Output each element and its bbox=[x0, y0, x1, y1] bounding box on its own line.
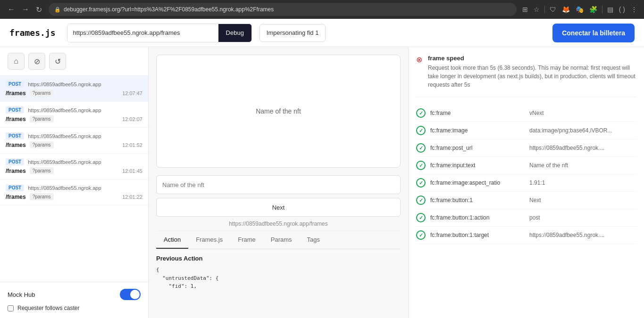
val-value: post bbox=[529, 214, 636, 221]
refresh-button[interactable]: ↻ bbox=[34, 3, 44, 16]
check-icon: ✓ bbox=[416, 178, 426, 188]
profile-icon[interactable]: ( ) bbox=[618, 5, 626, 14]
request-time: 12:02:07 bbox=[122, 116, 142, 122]
request-path: /frames bbox=[6, 90, 26, 97]
frame-next-button[interactable]: Next bbox=[156, 198, 401, 217]
validation-row: ✓ fc:frame:button:1:action post bbox=[416, 209, 636, 227]
sidebar-icon[interactable]: ▤ bbox=[606, 5, 614, 14]
fox-icon[interactable]: 🦊 bbox=[561, 5, 571, 14]
address-bar[interactable]: 🔒 debugger.framesjs.org/?url=https%3A%2F… bbox=[49, 3, 517, 16]
requester-checkbox[interactable] bbox=[8, 305, 14, 311]
translate-icon[interactable]: ⊞ bbox=[521, 5, 529, 14]
request-path: /frames bbox=[6, 116, 26, 122]
check-icon: ✓ bbox=[416, 126, 426, 135]
browser-nav: ← → ↻ bbox=[6, 3, 44, 16]
request-time: 12:07:47 bbox=[122, 90, 142, 96]
check-icon: ✓ bbox=[416, 230, 426, 240]
tab-action[interactable]: Action bbox=[156, 231, 188, 249]
validation-row: ✓ fc:frame vNext bbox=[416, 105, 636, 122]
val-value: vNext bbox=[529, 110, 636, 116]
request-item[interactable]: POST https://0859adfbee55.ngrok.app /fra… bbox=[0, 179, 148, 205]
ext-icon[interactable]: 🎭 bbox=[575, 5, 585, 14]
request-url: https://0859adfbee55.ngrok.app bbox=[28, 159, 142, 165]
method-badge: POST bbox=[6, 132, 24, 139]
val-value: Next bbox=[529, 197, 636, 204]
browser-bar: ← → ↻ 🔒 debugger.framesjs.org/?url=https… bbox=[0, 0, 644, 19]
val-key: fc:frame:image bbox=[430, 127, 525, 134]
params-badge: ?params bbox=[30, 90, 54, 97]
request-item[interactable]: POST https://0859adfbee55.ngrok.app /fra… bbox=[0, 128, 148, 154]
back-button[interactable]: ← bbox=[6, 3, 17, 16]
shield-icon[interactable]: 🛡 bbox=[549, 5, 557, 14]
val-key: fc:frame:input:text bbox=[430, 162, 525, 169]
menu-icon[interactable]: ⋮ bbox=[630, 5, 638, 14]
app-logo: frames.js bbox=[9, 28, 56, 38]
sidebar-toolbar: ⌂ ⊘ ↺ bbox=[0, 47, 148, 76]
request-url: https://0859adfbee55.ngrok.app bbox=[28, 107, 142, 113]
mock-hub-toggle[interactable] bbox=[120, 289, 141, 300]
connect-wallet-button[interactable]: Conectar la billetera bbox=[552, 24, 635, 42]
val-value: data:image/png;base64,iVBOR... bbox=[529, 127, 636, 134]
request-time: 12:01:52 bbox=[122, 142, 142, 148]
tab-tags[interactable]: Tags bbox=[300, 231, 327, 249]
request-url: https://0859adfbee55.ngrok.app bbox=[28, 185, 142, 191]
mock-hub-label: Mock Hub bbox=[8, 291, 35, 298]
url-input[interactable] bbox=[67, 24, 218, 42]
warning-row: ⊗ frame speed Request took more than 5s … bbox=[416, 55, 636, 97]
validation-row: ✓ fc:frame:input:text Name of the nft bbox=[416, 157, 636, 174]
validation-row: ✓ fc:frame:button:1:target https://0859a… bbox=[416, 227, 636, 244]
forward-button[interactable]: → bbox=[20, 3, 31, 16]
request-path: /frames bbox=[6, 168, 26, 174]
val-key: fc:frame:button:1:target bbox=[430, 232, 525, 238]
puzzle-icon[interactable]: 🧩 bbox=[588, 5, 598, 14]
home-icon-button[interactable]: ⌂ bbox=[8, 53, 25, 70]
validation-row: ✓ fc:frame:image:aspect_ratio 1.91:1 bbox=[416, 174, 636, 192]
request-list: POST https://0859adfbee55.ngrok.app /fra… bbox=[0, 76, 148, 282]
json-code: { "untrustedData": { "fid": 1, bbox=[156, 266, 401, 291]
lock-icon: 🔒 bbox=[54, 7, 61, 13]
val-key: fc:frame bbox=[430, 110, 525, 116]
requester-label: Requester follows caster bbox=[17, 305, 79, 311]
app-bar: frames.js Debug Impersonating fid 1 Cone… bbox=[0, 19, 644, 47]
request-item[interactable]: POST https://0859adfbee55.ngrok.app /fra… bbox=[0, 102, 148, 128]
tab-frames-js[interactable]: Frames.js bbox=[188, 231, 230, 249]
frame-preview: Name of the nft bbox=[156, 55, 401, 168]
frame-url-link: https://0859adfbee55.ngrok.app/frames bbox=[149, 217, 408, 231]
tab-content: Previous Action { "untrustedData": { "fi… bbox=[156, 249, 401, 296]
debug-button[interactable]: Debug bbox=[218, 24, 251, 42]
request-url: https://0859adfbee55.ngrok.app bbox=[28, 82, 142, 87]
request-path: /frames bbox=[6, 194, 26, 200]
warning-icon: ⊗ bbox=[416, 55, 422, 89]
block-icon: ⊘ bbox=[34, 57, 40, 66]
tab-params[interactable]: Params bbox=[263, 231, 300, 249]
main-layout: ⌂ ⊘ ↺ POST https://0859adfbee55.ngrok.ap… bbox=[0, 47, 644, 318]
sidebar-bottom: Mock Hub Requester follows caster bbox=[0, 282, 148, 318]
method-badge: POST bbox=[6, 158, 24, 165]
check-icon: ✓ bbox=[416, 213, 426, 222]
frame-input-area: Next bbox=[156, 175, 401, 217]
warning-desc: Request took more than 5s (6.38 seconds)… bbox=[428, 64, 636, 89]
bookmark-icon[interactable]: ☆ bbox=[533, 5, 541, 14]
reload-icon-button[interactable]: ↺ bbox=[49, 53, 66, 70]
method-badge: POST bbox=[6, 106, 24, 114]
val-value: https://0859adfbee55.ngrok.... bbox=[529, 145, 636, 151]
request-path: /frames bbox=[6, 142, 26, 148]
block-icon-button[interactable]: ⊘ bbox=[28, 53, 45, 70]
val-value: Name of the nft bbox=[529, 162, 636, 169]
request-item[interactable]: POST https://0859adfbee55.ngrok.app /fra… bbox=[0, 154, 148, 179]
frame-url-text: https://0859adfbee55.ngrok.app/frames bbox=[229, 220, 327, 227]
tab-frame[interactable]: Frame bbox=[230, 231, 263, 249]
request-item[interactable]: POST https://0859adfbee55.ngrok.app /fra… bbox=[0, 76, 148, 102]
warning-title: frame speed bbox=[428, 55, 636, 62]
validation-row: ✓ fc:frame:button:1 Next bbox=[416, 192, 636, 209]
frame-text-input[interactable] bbox=[156, 175, 401, 194]
check-icon: ✓ bbox=[416, 143, 426, 153]
check-icon: ✓ bbox=[416, 108, 426, 118]
request-url: https://0859adfbee55.ngrok.app bbox=[28, 133, 142, 139]
impersonate-button[interactable]: Impersonating fid 1 bbox=[259, 24, 326, 42]
browser-icons: ⊞ ☆ 🛡 🦊 🎭 🧩 ▤ ( ) ⋮ bbox=[521, 5, 638, 14]
right-panel: ⊗ frame speed Request took more than 5s … bbox=[408, 47, 644, 318]
val-value: 1.91:1 bbox=[529, 179, 636, 186]
toggle-knob bbox=[130, 290, 140, 299]
mock-hub-row: Mock Hub bbox=[8, 289, 141, 300]
